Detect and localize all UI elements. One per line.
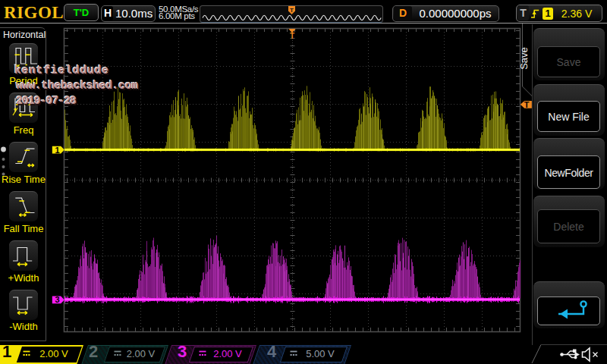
svg-text:3: 3 bbox=[55, 295, 59, 304]
svg-text:T: T bbox=[524, 100, 530, 109]
svg-text:1: 1 bbox=[55, 146, 59, 155]
svg-text:Save: Save bbox=[519, 47, 530, 70]
svg-text:T: T bbox=[290, 32, 294, 40]
